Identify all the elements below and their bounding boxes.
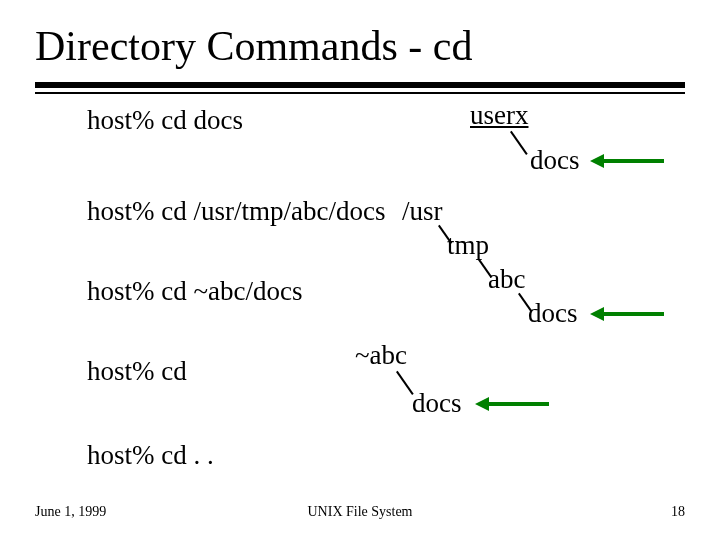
cmd-cd-home: host% cd [87, 356, 187, 387]
arrow2-line [604, 312, 664, 316]
arrow2-head [590, 307, 604, 321]
cmd-cd-docs: host% cd docs [87, 105, 243, 136]
title-rule-thin [35, 92, 685, 94]
tree3-child: docs [412, 388, 462, 419]
slide: Directory Commands - cd host% cd docs us… [0, 0, 720, 540]
tree1-branch [510, 131, 528, 155]
arrow1-head [590, 154, 604, 168]
title-rule-thick [35, 82, 685, 88]
cmd-cd-up: host% cd . . [87, 440, 214, 471]
tree2-root: /usr [402, 196, 443, 227]
footer-center: UNIX File System [0, 504, 720, 520]
tree2-l1: tmp [447, 230, 489, 261]
arrow3-line [489, 402, 549, 406]
page-title: Directory Commands - cd [35, 22, 472, 70]
tree1-child: docs [530, 145, 580, 176]
tree2-l2: abc [488, 264, 525, 295]
arrow1-line [604, 159, 664, 163]
cmd-cd-tilde: host% cd ~abc/docs [87, 276, 303, 307]
arrow3-head [475, 397, 489, 411]
tree3-root: ~abc [355, 340, 407, 371]
footer-page: 18 [671, 504, 685, 520]
tree2-l3: docs [528, 298, 578, 329]
tree1-root: userx [470, 100, 528, 131]
cmd-cd-abs: host% cd /usr/tmp/abc/docs [87, 196, 385, 227]
